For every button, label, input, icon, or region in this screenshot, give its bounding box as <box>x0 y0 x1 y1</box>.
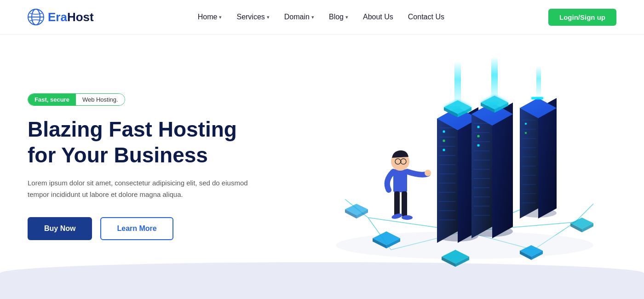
nav-link-contact[interactable]: Contact Us <box>408 13 444 21</box>
navbar: EraHost Home ▾ Services ▾ Domain ▾ Blog <box>0 0 644 34</box>
svg-point-30 <box>443 149 445 151</box>
svg-rect-70 <box>536 66 541 98</box>
hero-badge: Fast, secure Web Hosting. <box>28 93 125 106</box>
hero-section: Fast, secure Web Hosting. Blazing Fast H… <box>0 34 644 299</box>
nav-link-blog[interactable]: Blog ▾ <box>329 13 348 21</box>
logo[interactable]: EraHost <box>28 9 94 25</box>
chevron-down-icon: ▾ <box>219 14 222 20</box>
chevron-down-icon: ▾ <box>267 14 270 20</box>
nav-item-contact[interactable]: Contact Us <box>408 13 444 21</box>
nav-item-services[interactable]: Services ▾ <box>236 13 269 21</box>
nav-link-about[interactable]: About Us <box>363 13 393 21</box>
hero-illustration <box>313 34 616 299</box>
nav-link-services[interactable]: Services ▾ <box>236 13 269 21</box>
badge-highlight: Fast, secure <box>28 94 76 105</box>
buy-now-button[interactable]: Buy Now <box>28 217 92 240</box>
svg-point-93 <box>425 170 431 176</box>
svg-point-50 <box>477 144 480 146</box>
svg-point-29 <box>443 139 445 142</box>
nav-item-blog[interactable]: Blog ▾ <box>329 13 348 21</box>
nav-item-domain[interactable]: Domain ▾ <box>284 13 314 21</box>
nav-item-home[interactable]: Home ▾ <box>198 13 222 21</box>
hero-description: Lorem ipsum dolor sit amet, consectetur … <box>28 177 248 201</box>
svg-point-49 <box>477 135 480 137</box>
nav-link-domain[interactable]: Domain ▾ <box>284 13 314 21</box>
logo-icon <box>28 9 44 25</box>
hero-title: Blazing Fast Hosting for Your Business <box>28 117 313 167</box>
nav-link-home[interactable]: Home ▾ <box>198 13 222 21</box>
server-illustration-svg <box>322 52 607 282</box>
learn-more-button[interactable]: Learn More <box>100 217 173 240</box>
svg-point-67 <box>525 123 527 125</box>
logo-text: EraHost <box>48 10 94 24</box>
chevron-down-icon: ▾ <box>345 14 348 20</box>
svg-rect-94 <box>394 191 400 217</box>
svg-point-68 <box>525 132 527 134</box>
svg-point-28 <box>443 130 445 132</box>
hero-buttons: Buy Now Learn More <box>28 217 313 240</box>
chevron-down-icon: ▾ <box>311 14 314 20</box>
badge-text: Web Hosting. <box>76 94 125 105</box>
person-figure <box>387 150 431 219</box>
hero-content: Fast, secure Web Hosting. Blazing Fast H… <box>28 93 313 240</box>
svg-point-48 <box>477 126 480 128</box>
nav-item-about[interactable]: About Us <box>363 13 393 21</box>
svg-rect-95 <box>402 191 407 217</box>
login-signup-button[interactable]: Login/Sign up <box>548 9 616 26</box>
server-scene <box>322 52 607 282</box>
nav-links: Home ▾ Services ▾ Domain ▾ Blog ▾ About <box>198 13 444 21</box>
svg-point-97 <box>402 215 413 220</box>
